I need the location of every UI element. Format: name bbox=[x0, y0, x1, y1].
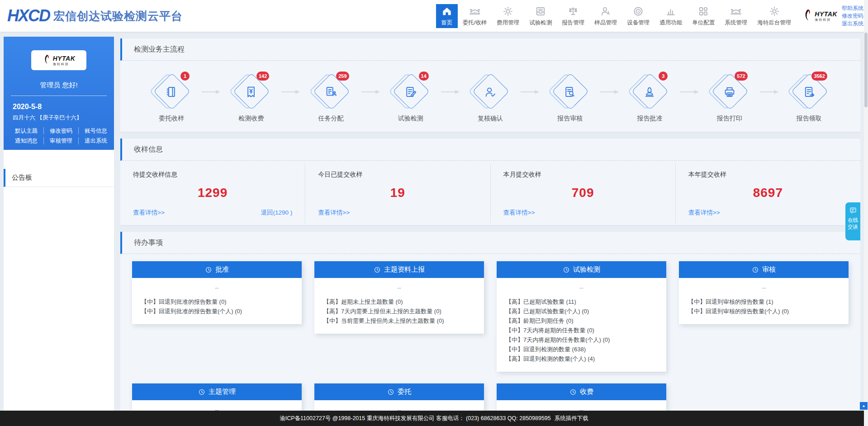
todo-card-header[interactable]: 委托 bbox=[314, 383, 484, 400]
todo-card-header[interactable]: 主题资料上报 bbox=[314, 261, 484, 278]
nav-item-4[interactable]: 报告管理 bbox=[557, 4, 589, 28]
stat-footer: 查看详情>> bbox=[318, 209, 477, 217]
flow-step-0[interactable]: 1委托收样 bbox=[142, 72, 201, 123]
target-icon bbox=[632, 5, 644, 17]
todo-item[interactable]: 【高】已超期试验数量 (11) bbox=[506, 297, 657, 306]
nav-item-5[interactable]: 样品管理 bbox=[589, 4, 622, 28]
detail-link[interactable]: 查看详情>> bbox=[318, 209, 350, 217]
flow-step-6[interactable]: 3报告批准 bbox=[620, 72, 679, 123]
doc-out-icon bbox=[802, 85, 816, 99]
nav-label: 费用管理 bbox=[497, 19, 519, 27]
todo-card-title: 审核 bbox=[762, 265, 776, 274]
placeholder-dash: -- bbox=[132, 278, 302, 293]
flow-step-5[interactable]: 报告审核 bbox=[541, 72, 599, 123]
nav-item-1[interactable]: 委托/收样 bbox=[458, 4, 492, 28]
flow-step-8[interactable]: 3562报告领取 bbox=[780, 72, 839, 123]
todo-item[interactable]: 【高】7天内需要上报但未上报的主题数量 (0) bbox=[323, 306, 475, 316]
flow-arrow-icon bbox=[599, 89, 620, 95]
quick-link[interactable]: 审核管理 bbox=[44, 137, 79, 144]
count-badge: 3 bbox=[659, 72, 668, 81]
main-content: 检测业务主流程 1委托收样142检测收费259任务分配14试验检测复核确认报告审… bbox=[120, 32, 860, 411]
nav-label: 海特后台管理 bbox=[757, 19, 791, 27]
corner-link-1[interactable]: 修改密码 bbox=[842, 13, 863, 19]
quick-link[interactable]: 账号信息 bbox=[79, 127, 113, 134]
nav-item-10[interactable]: 海特后台管理 bbox=[752, 4, 796, 28]
quick-link[interactable]: 默认主题 bbox=[9, 127, 44, 134]
clock-icon bbox=[387, 388, 394, 396]
scrollbar-thumb[interactable] bbox=[864, 33, 868, 107]
placeholder-dash: -- bbox=[679, 278, 849, 293]
nav-item-9[interactable]: 系统管理 bbox=[720, 4, 752, 28]
back-to-top-button[interactable]: ▲ bbox=[860, 402, 868, 410]
clock-icon bbox=[752, 266, 759, 273]
nav-item-0[interactable]: 首页 bbox=[436, 4, 458, 28]
divider bbox=[11, 96, 107, 96]
todo-item[interactable]: 【中】回退到审核的报告数量(个人) (0) bbox=[688, 306, 840, 316]
flow-step-4[interactable]: 复核确认 bbox=[461, 72, 520, 123]
nav-label: 系统管理 bbox=[725, 19, 747, 27]
todo-item[interactable]: 【中】回退到批准的报告数量 (0) bbox=[141, 297, 293, 306]
todo-item[interactable]: 【高】超期未上报主题数量 (0) bbox=[323, 297, 475, 306]
nav-item-8[interactable]: 单位配置 bbox=[687, 4, 720, 28]
flow-step-2[interactable]: 259任务分配 bbox=[301, 72, 360, 123]
quick-link[interactable]: 退出系统 bbox=[79, 137, 113, 144]
count-badge: 142 bbox=[256, 72, 269, 81]
gear-icon bbox=[502, 5, 514, 17]
quick-link[interactable]: 修改密码 bbox=[44, 127, 79, 134]
user-key-icon bbox=[600, 5, 612, 17]
flow-step-7[interactable]: 572报告打印 bbox=[700, 72, 759, 123]
detail-link[interactable]: 查看详情>> bbox=[688, 209, 720, 217]
placeholder-dash: -- bbox=[314, 400, 484, 411]
flow-step-label: 报告领取 bbox=[797, 115, 822, 123]
diamond-wrap: 572 bbox=[710, 72, 749, 111]
todo-item[interactable]: 【高】回退到检测的数量(个人) (4) bbox=[506, 354, 657, 364]
todo-item-list: 【高】超期未上报主题数量 (0)【高】7天内需要上报但未上报的主题数量 (0)【… bbox=[314, 293, 484, 334]
diamond-wrap bbox=[550, 72, 589, 111]
todo-item[interactable]: 【高】龄期已到期任务 (0) bbox=[506, 316, 657, 325]
todo-card-header[interactable]: 批准 bbox=[132, 261, 302, 278]
corner-link-0[interactable]: 帮助系统 bbox=[842, 5, 863, 12]
nav-item-2[interactable]: 费用管理 bbox=[492, 4, 524, 28]
online-chat-button[interactable]: 在线 交谈 bbox=[845, 202, 860, 240]
corner-link-2[interactable]: 退出系统 bbox=[842, 20, 863, 27]
detail-link[interactable]: 查看详情>> bbox=[503, 209, 535, 217]
todo-panel-title: 待办事项 bbox=[120, 232, 860, 254]
todo-item[interactable]: 【中】当前需要上报但尚未上报的主题数量 (0) bbox=[323, 316, 475, 325]
detail-link[interactable]: 查看详情>> bbox=[133, 209, 165, 217]
scrollbar-track[interactable] bbox=[864, 0, 868, 426]
todo-item[interactable]: 【中】回退到审核的报告数量 (1) bbox=[688, 297, 840, 306]
flow-step-1[interactable]: 142检测收费 bbox=[222, 72, 280, 123]
quick-link[interactable]: 通知消息 bbox=[9, 137, 44, 144]
flow-step-3[interactable]: 14试验检测 bbox=[381, 72, 440, 123]
todo-item[interactable]: 【中】回退到检测的数量 (638) bbox=[506, 345, 657, 354]
hytak-logo-icon bbox=[43, 53, 51, 67]
todo-card-header[interactable]: 主题管理 bbox=[132, 383, 302, 400]
sidebar-user-panel: HYTAK 海特科技 管理员 您好! 2020-5-8 四月十六 【庚子辛巳十六… bbox=[4, 37, 114, 150]
todo-card-4: 主题管理--【高】7天内需要上报但尚未上报的主题数量 (0)【中】当前需要上报但… bbox=[132, 383, 302, 411]
printer-icon bbox=[723, 85, 736, 99]
flow-arrow-icon bbox=[201, 89, 222, 95]
todo-item[interactable]: 【中】回退到批准的报告数量(个人) (0) bbox=[141, 306, 293, 316]
footer-text: 渝ICP备11002727号 @1998-2015 重庆海特科技发展有限公司 客… bbox=[280, 415, 551, 422]
doc-search-icon bbox=[563, 85, 577, 99]
return-link[interactable]: 退回(1290 ) bbox=[261, 209, 292, 217]
flow-step-label: 检测收费 bbox=[238, 115, 264, 123]
nav-item-6[interactable]: 设备管理 bbox=[622, 4, 655, 28]
todo-card-header[interactable]: 试验检测 bbox=[497, 261, 666, 278]
stat-footer: 查看详情>> bbox=[688, 209, 848, 217]
flow-arrow-icon bbox=[440, 89, 461, 95]
todo-item[interactable]: 【中】7天内将超期的任务数量 (0) bbox=[506, 325, 657, 335]
todo-card-header[interactable]: 审核 bbox=[679, 261, 849, 278]
todo-item[interactable]: 【高】已超期试验数量(个人) (0) bbox=[506, 306, 657, 316]
stat-label: 本年提交收样 bbox=[688, 171, 848, 179]
doc-org-icon bbox=[324, 85, 338, 99]
stamp-icon bbox=[643, 85, 656, 99]
nav-item-3[interactable]: 试验检测 bbox=[524, 4, 557, 28]
todo-card-header[interactable]: 收费 bbox=[497, 383, 666, 400]
nav-item-7[interactable]: 通用功能 bbox=[655, 4, 687, 28]
todo-item[interactable]: 【中】7天内将超期的任务数量(个人) (0) bbox=[506, 335, 657, 345]
footer-plugin-link[interactable]: 系统插件下载 bbox=[555, 415, 588, 422]
nav-label: 样品管理 bbox=[594, 19, 617, 27]
archive-icon bbox=[535, 5, 546, 17]
todo-card-6: 收费--【中】待审批的合同 (0) bbox=[497, 383, 666, 411]
